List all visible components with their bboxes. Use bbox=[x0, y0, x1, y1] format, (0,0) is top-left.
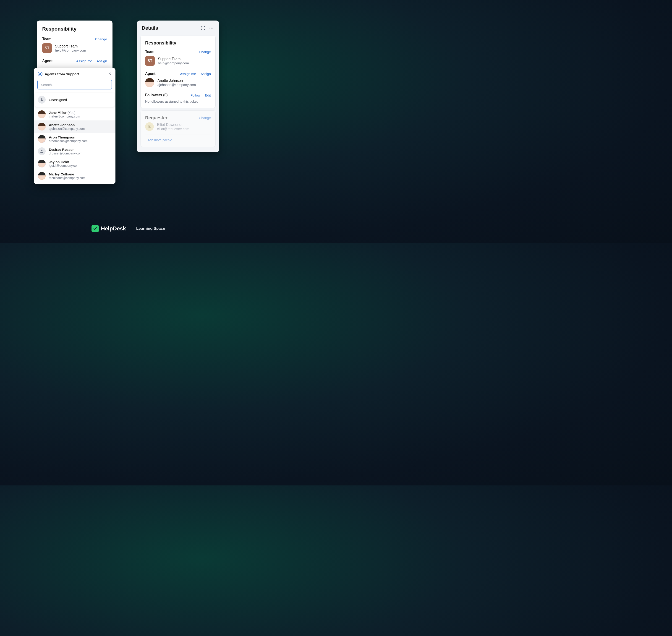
requester-title: Requester bbox=[145, 115, 167, 120]
svg-point-5 bbox=[41, 150, 42, 151]
followers-row-header: Followers (0) Follow Edit bbox=[145, 93, 211, 97]
requester-avatar: E bbox=[145, 122, 154, 131]
search-input[interactable] bbox=[37, 80, 112, 90]
assigned-agent-email: ajohnson@company.com bbox=[157, 83, 196, 87]
follow-link[interactable]: Follow bbox=[191, 93, 200, 97]
requester-name: Elliot Downerlot bbox=[157, 123, 189, 127]
change-team-link[interactable]: Change bbox=[199, 50, 211, 54]
agent-list: Unassigned Jane Miller (You) jmiller@com… bbox=[34, 93, 116, 182]
team-email: help@company.com bbox=[55, 48, 86, 52]
more-icon[interactable] bbox=[208, 25, 214, 31]
requester-email: elliot@requester.com bbox=[157, 127, 189, 131]
brand-name: HelpDesk bbox=[101, 225, 126, 232]
svg-point-11 bbox=[213, 27, 213, 28]
footer-brand: HelpDesk Learning Space bbox=[0, 225, 256, 232]
assign-me-link[interactable]: Assign me bbox=[76, 59, 92, 63]
section-title: Responsibility bbox=[42, 26, 107, 32]
team-badge: ST bbox=[42, 43, 52, 53]
person-icon bbox=[38, 72, 42, 76]
team-row-header: Team Change bbox=[42, 37, 107, 41]
avatar bbox=[38, 172, 46, 180]
requester-card: Requester Change E Elliot Downerlot elli… bbox=[140, 111, 216, 147]
avatar bbox=[38, 147, 46, 155]
team-label: Team bbox=[42, 37, 52, 41]
agent-email: drosser@company.com bbox=[49, 152, 82, 155]
team-row-header: Team Change bbox=[145, 50, 211, 54]
assign-me-link[interactable]: Assign me bbox=[180, 72, 196, 76]
assigned-agent-row: Anette Johnson ajohnson@company.com bbox=[145, 78, 211, 87]
brand-subtitle: Learning Space bbox=[136, 226, 165, 231]
agent-row-header: Agent Assign me Assign bbox=[42, 59, 107, 63]
svg-point-9 bbox=[210, 27, 211, 28]
agent-name: Jaylon Geidt bbox=[49, 160, 79, 164]
agent-option[interactable]: Aron Thompson athompson@company.com bbox=[34, 133, 116, 145]
agent-name: Jane Miller (You) bbox=[49, 111, 80, 115]
helpdesk-logo: HelpDesk bbox=[92, 225, 126, 232]
agent-option[interactable]: Jaylon Geidt jgeidt@company.com bbox=[34, 157, 116, 170]
team-label: Team bbox=[145, 50, 155, 54]
assign-link[interactable]: Assign bbox=[201, 72, 211, 76]
agent-name: Marley Culhane bbox=[49, 172, 85, 176]
close-icon[interactable] bbox=[107, 71, 112, 76]
team-name: Support Team bbox=[55, 44, 86, 48]
divider bbox=[145, 135, 211, 135]
assigned-agent-name: Anette Johnson bbox=[157, 79, 196, 83]
divider bbox=[131, 225, 131, 232]
agent-option-label: Unassigned bbox=[49, 98, 67, 102]
svg-point-1 bbox=[39, 73, 41, 74]
svg-point-8 bbox=[203, 27, 203, 27]
followers-empty-text: No followers assigned to this ticket. bbox=[145, 99, 211, 103]
agent-row-header: Agent Assign me Assign bbox=[145, 72, 211, 76]
add-more-people-link[interactable]: + Add more poeple bbox=[145, 138, 172, 142]
agent-label: Agent bbox=[42, 59, 53, 63]
person-icon bbox=[38, 96, 46, 103]
responsibility-card: Responsibility Team Change ST Support Te… bbox=[140, 36, 216, 108]
team-row: ST Support Team help@company.com bbox=[42, 43, 107, 53]
details-header: Details bbox=[137, 21, 219, 33]
info-icon[interactable] bbox=[200, 25, 206, 31]
details-title: Details bbox=[142, 25, 198, 31]
avatar bbox=[38, 111, 46, 118]
svg-point-4 bbox=[41, 98, 42, 100]
change-team-link[interactable]: Change bbox=[95, 37, 107, 41]
popup-header: Agents from Support bbox=[34, 68, 116, 78]
team-badge: ST bbox=[145, 56, 155, 66]
details-panel: Details Responsibility Team Change ST Su… bbox=[137, 21, 219, 152]
team-name: Support Team bbox=[158, 57, 189, 61]
agent-email: mculhane@company.com bbox=[49, 176, 85, 180]
svg-point-10 bbox=[211, 27, 212, 28]
agent-email: jmiller@company.com bbox=[49, 115, 80, 118]
agent-email: jgeidt@company.com bbox=[49, 164, 79, 167]
assign-link[interactable]: Assign bbox=[97, 59, 107, 63]
avatar bbox=[38, 160, 46, 167]
avatar bbox=[38, 123, 46, 131]
requester-row: E Elliot Downerlot elliot@requester.com bbox=[145, 122, 211, 131]
agent-option[interactable]: Anette Johnson ajohnson@company.com bbox=[34, 120, 116, 133]
avatar bbox=[38, 135, 46, 143]
followers-label: Followers (0) bbox=[145, 93, 168, 97]
agent-option[interactable]: Marley Culhane mculhane@company.com bbox=[34, 170, 116, 182]
agent-label: Agent bbox=[145, 72, 155, 76]
team-email: help@company.com bbox=[158, 61, 189, 65]
agent-name: Aron Thompson bbox=[49, 135, 87, 139]
agent-option-unassigned[interactable]: Unassigned bbox=[35, 93, 115, 107]
agent-email: ajohnson@company.com bbox=[49, 127, 85, 131]
edit-followers-link[interactable]: Edit bbox=[205, 93, 211, 97]
helpdesk-logo-icon bbox=[92, 225, 99, 232]
agent-name: Desirae Rosser bbox=[49, 147, 82, 152]
team-row: ST Support Team help@company.com bbox=[145, 56, 211, 66]
card-title: Responsibility bbox=[145, 40, 211, 46]
agent-email: athompson@company.com bbox=[49, 139, 87, 143]
agent-option[interactable]: Jane Miller (You) jmiller@company.com bbox=[34, 108, 116, 120]
popup-title: Agents from Support bbox=[45, 72, 79, 76]
agent-search-popup: Agents from Support Unassigned Jane Mill… bbox=[34, 68, 116, 184]
agent-name: Anette Johnson bbox=[49, 123, 85, 127]
agent-option[interactable]: Desirae Rosser drosser@company.com bbox=[34, 145, 116, 157]
change-requester-link[interactable]: Change bbox=[199, 116, 211, 120]
avatar bbox=[145, 78, 154, 87]
